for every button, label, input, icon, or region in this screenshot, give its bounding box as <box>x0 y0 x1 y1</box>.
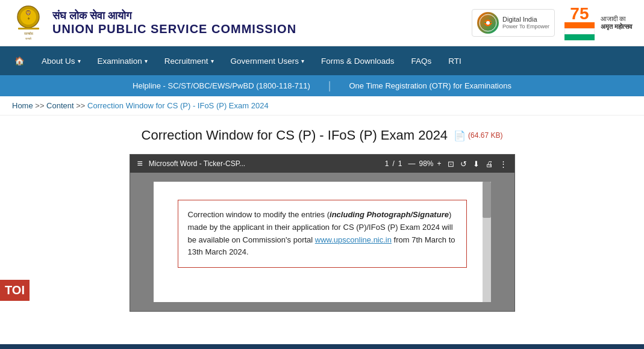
pdf-filename: Microsoft Word - Ticker-CSP... <box>149 159 245 168</box>
header-logos: Digital India Power To Empower 75 आजादी … <box>472 5 632 40</box>
pdf-page: Correction window to modify the entries … <box>154 182 491 302</box>
chevron-icon: ▾ <box>145 58 148 64</box>
main-content: Correction Window for CS (P) - IFoS (P) … <box>0 116 644 344</box>
digital-india-text: Digital India Power To Empower <box>502 16 549 30</box>
nav-rti[interactable]: RTI <box>440 46 470 75</box>
azadi-number: 75 <box>570 5 589 22</box>
pdf-content-box: Correction window to modify the entries … <box>178 200 467 268</box>
secondary-nav: Helpline - SC/ST/OBC/EWS/PwBD (1800-118-… <box>0 75 644 96</box>
english-title: UNION PUBLIC SERVICE COMMISSION <box>52 22 296 36</box>
nav-faqs[interactable]: FAQs <box>402 46 440 75</box>
svg-text:🦁: 🦁 <box>25 10 31 16</box>
nav-forms-downloads[interactable]: Forms & Downloads <box>313 46 403 75</box>
nav-home-button[interactable]: 🏠 <box>6 46 33 75</box>
pdf-page-info: 1 / 1 <box>385 159 402 168</box>
pdf-viewer: ≡ Microsoft Word - Ticker-CSP... 1 / 1 —… <box>130 154 515 312</box>
zoom-out-icon[interactable]: — <box>408 159 415 168</box>
more-options-icon[interactable]: ⋮ <box>499 159 507 168</box>
svg-text:⚜: ⚜ <box>27 17 30 20</box>
pdf-size-badge: 📄 (64.67 KB) <box>454 130 502 141</box>
breadcrumb-current: Correction Window for CS (P) - IFoS (P) … <box>87 101 269 110</box>
breadcrumb-content[interactable]: Content <box>46 101 74 110</box>
hindi-title: संघ लोक सेवा आयोग <box>52 10 296 22</box>
svg-text:सत्यमेव: सत्यमेव <box>23 31 34 36</box>
site-header: 🦁 ⚜ सत्यमेव जयते संघ लोक सेवा आयोग UNION… <box>0 0 644 46</box>
otr-link[interactable]: One Time Registration (OTR) for Examinat… <box>331 75 529 96</box>
digital-india-logo: Digital India Power To Empower <box>472 9 555 37</box>
pdf-toolbar: ≡ Microsoft Word - Ticker-CSP... 1 / 1 —… <box>130 155 514 173</box>
footer: Website Policies Help Contact us Web Inf… <box>0 344 644 349</box>
header-branding: 🦁 ⚜ सत्यमेव जयते संघ लोक सेवा आयोग UNION… <box>12 5 296 41</box>
zoom-in-icon[interactable]: + <box>437 159 441 168</box>
svg-point-8 <box>486 21 490 25</box>
chevron-icon: ▾ <box>211 58 214 64</box>
nav-government-users[interactable]: Government Users ▾ <box>222 46 313 75</box>
chevron-icon: ▾ <box>301 58 304 64</box>
org-title: संघ लोक सेवा आयोग UNION PUBLIC SERVICE C… <box>52 10 296 36</box>
pdf-menu-icon[interactable]: ≡ <box>137 158 143 169</box>
breadcrumb-home[interactable]: Home <box>12 101 33 110</box>
azadi-badge: 75 आजादी का अमृत महोत्सव <box>564 5 632 40</box>
page-title: Correction Window for CS (P) - IFoS (P) … <box>18 128 626 143</box>
chevron-icon: ▾ <box>78 58 81 64</box>
pdf-icon: 📄 <box>454 130 466 141</box>
toi-badge[interactable]: TOI <box>0 280 30 301</box>
digital-india-icon <box>477 12 499 34</box>
nav-examination[interactable]: Examination ▾ <box>89 46 156 75</box>
svg-rect-4 <box>18 28 39 29</box>
emblem-icon: 🦁 ⚜ सत्यमेव जयते <box>12 5 45 41</box>
pdf-toolbar-right: ⊡ ↺ ⬇ 🖨 ⋮ <box>448 159 507 168</box>
upsc-link[interactable]: www.upsconline.nic.in <box>315 235 392 244</box>
azadi-text: आजादी का अमृत महोत्सव <box>601 15 632 31</box>
fit-page-icon[interactable]: ⊡ <box>448 159 454 168</box>
pdf-scrollbar[interactable] <box>483 182 491 302</box>
pdf-body: Correction window to modify the entries … <box>130 173 514 311</box>
nav-recruitment[interactable]: Recruitment ▾ <box>156 46 222 75</box>
svg-text:जयते: जयते <box>25 37 31 40</box>
download-icon[interactable]: ⬇ <box>473 159 480 168</box>
history-icon[interactable]: ↺ <box>460 159 467 168</box>
pdf-zoom-info: — 98% + <box>408 159 441 168</box>
pdf-scrollbar-thumb[interactable] <box>483 182 491 218</box>
print-icon[interactable]: 🖨 <box>486 159 493 168</box>
breadcrumb: Home >> Content >> Correction Window for… <box>0 96 644 116</box>
helpline-link[interactable]: Helpline - SC/ST/OBC/EWS/PwBD (1800-118-… <box>114 75 328 96</box>
main-nav: 🏠 About Us ▾ Examination ▾ Recruitment ▾… <box>0 46 644 75</box>
nav-about-us[interactable]: About Us ▾ <box>33 46 89 75</box>
